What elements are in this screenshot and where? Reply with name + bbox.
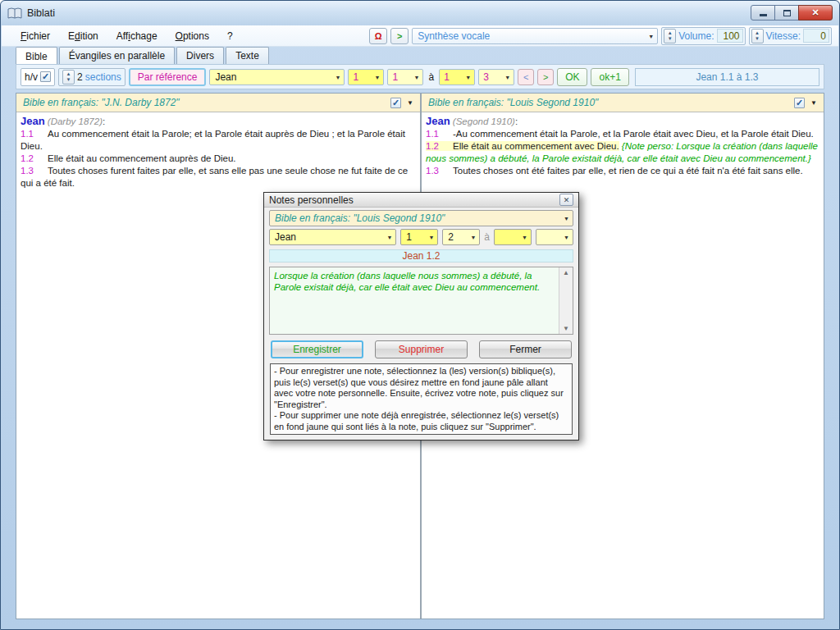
up-arrow-icon: ▲	[668, 30, 673, 36]
right-version-checkbox[interactable]: ✓	[794, 98, 805, 108]
check-icon: ✓	[42, 72, 49, 81]
ok-plus-one-button[interactable]: ok+1	[591, 68, 628, 86]
chevron-down-icon: ▼	[336, 75, 341, 80]
verse-line[interactable]: 1.3Toutes choses furent faites par elle,…	[21, 165, 417, 189]
sections-stepper[interactable]: ▲▼	[62, 70, 75, 84]
book-select[interactable]: Jean ▼	[209, 69, 345, 85]
right-book-line: Jean (Segond 1910):	[426, 115, 820, 128]
tab-bible[interactable]: Bible	[16, 47, 57, 65]
voice-select[interactable]: Synthèse vocale ▼	[412, 28, 658, 44]
verse-from-value: 1	[392, 71, 398, 83]
menu-fichier[interactable]: Fichier	[13, 28, 57, 44]
dialog-reference-display: Jean 1.2	[269, 249, 573, 262]
speech-play-button[interactable]: >	[390, 28, 409, 44]
speech-stop-button[interactable]: Ω	[369, 28, 387, 44]
edition-name: (Segond 1910)	[453, 116, 515, 126]
menu-edition[interactable]: Edition	[61, 28, 106, 44]
minimize-button[interactable]	[751, 5, 775, 21]
dialog-chapter-to-select[interactable]: ▼	[494, 229, 532, 245]
dialog-help-text: - Pour enregistrer une note, sélectionne…	[270, 363, 573, 435]
colon: :	[515, 116, 518, 126]
verse-text: Elle était au commencement avec Dieu.	[453, 141, 619, 151]
note-text-input[interactable]: Lorsque la création (dans laquelle nous …	[270, 267, 559, 334]
speech-stop-icon: Ω	[375, 31, 382, 41]
dialog-buttons: Enregistrer Supprimer Fermer	[271, 340, 572, 358]
volume-stepper[interactable]: ▲▼	[664, 29, 676, 43]
dialog-verse-to-select[interactable]: ▼	[536, 229, 573, 245]
verse-number: 1.1	[21, 128, 48, 140]
next-button[interactable]: >	[537, 69, 554, 85]
note-scrollbar[interactable]: ▲ ▼	[559, 267, 573, 334]
maximize-button[interactable]	[774, 5, 799, 21]
chevron-down-icon: ▼	[375, 75, 381, 80]
maximize-icon	[783, 10, 791, 16]
dialog-title-bar[interactable]: Notes personnelles ✕	[264, 193, 578, 208]
left-version-checkbox[interactable]: ✓	[390, 98, 401, 108]
scroll-down-icon: ▼	[563, 325, 569, 332]
chevron-down-icon: ▼	[470, 235, 476, 240]
chevron-down-icon[interactable]: ▼	[407, 99, 413, 107]
verse-text: Elle était au commencement auprès de Die…	[48, 153, 235, 163]
tab-divers[interactable]: Divers	[176, 47, 224, 64]
save-note-button[interactable]: Enregistrer	[271, 340, 363, 358]
tab-evangiles[interactable]: Évangiles en parallèle	[59, 47, 175, 64]
window-controls: ✕	[751, 5, 833, 21]
chevron-down-icon[interactable]: ▼	[810, 99, 817, 107]
menu-affichage[interactable]: Affichage	[109, 28, 165, 44]
menu-options[interactable]: Options	[168, 28, 217, 44]
verse-line[interactable]: 1.1-Au commencement était la Parole, et …	[426, 128, 820, 140]
verse-line[interactable]: 1.2Elle était au commencement auprès de …	[21, 153, 417, 165]
hv-label: h/v	[25, 71, 38, 83]
dialog-chapter-select[interactable]: 1 ▼	[400, 229, 438, 245]
chevron-down-icon: ▼	[465, 75, 471, 80]
close-icon: ✕	[564, 196, 570, 204]
chevron-down-icon: ▼	[386, 235, 392, 240]
edition-name: (Darby 1872)	[48, 116, 103, 126]
verse-line-highlighted[interactable]: 1.2Elle était au commencement avec Dieu.…	[426, 140, 820, 165]
reference-toolbar: h/v ✓ ▲▼ 2 sections Par référence Jean ▼…	[16, 64, 824, 89]
verse-line[interactable]: 1.1Au commencement était la Parole; et l…	[21, 128, 417, 153]
volume-value: 100	[717, 29, 743, 43]
dialog-version-value: Bible en français: "Louis Segond 1910"	[275, 212, 445, 224]
dialog-version-row: Bible en français: "Louis Segond 1910" ▼	[269, 210, 573, 226]
speed-stepper[interactable]: ▲▼	[751, 29, 764, 43]
verse-to-select[interactable]: 3 ▼	[478, 69, 514, 85]
book-name: Jean	[426, 115, 450, 127]
menu-help[interactable]: ?	[220, 28, 240, 44]
par-reference-button[interactable]: Par référence	[129, 68, 207, 86]
book-name: Jean	[21, 115, 45, 127]
close-button[interactable]: ✕	[798, 5, 833, 21]
close-dialog-button[interactable]: Fermer	[479, 340, 572, 358]
right-version-header: Bible en français: "Louis Segond 1910" ✓…	[422, 94, 824, 112]
right-version-title: Bible en français: "Louis Segond 1910"	[428, 97, 788, 108]
dialog-reference-row: Jean ▼ 1 ▼ 2 ▼ à ▼ ▼	[269, 229, 573, 245]
delete-note-button[interactable]: Supprimer	[375, 340, 468, 358]
chapter-to-value: 1	[444, 71, 450, 83]
chevron-down-icon: ▼	[428, 235, 434, 240]
verse-line[interactable]: 1.3Toutes choses ont été faites par elle…	[426, 165, 820, 177]
voice-select-value: Synthèse vocale	[418, 30, 490, 42]
title-bar: Biblati ✕	[1, 1, 839, 25]
volume-label: Volume:	[678, 30, 714, 42]
colon: :	[103, 116, 105, 126]
verse-text: Au commencement était la Parole; et la P…	[21, 129, 405, 151]
hv-checkbox[interactable]: ✓	[40, 71, 51, 82]
chapter-to-select[interactable]: 1 ▼	[439, 69, 475, 85]
up-arrow-icon: ▲	[755, 30, 760, 36]
verse-from-select[interactable]: 1 ▼	[387, 69, 423, 85]
hv-toggle-box: h/v ✓	[21, 68, 55, 86]
chapter-from-select[interactable]: 1 ▼	[348, 69, 384, 85]
dialog-note-editor: Lorsque la création (dans laquelle nous …	[269, 267, 573, 335]
sections-value: 2	[77, 71, 83, 83]
previous-button[interactable]: <	[518, 69, 534, 85]
dialog-verse-select[interactable]: 2 ▼	[442, 229, 480, 245]
ok-button[interactable]: OK	[557, 68, 587, 86]
speech-play-icon: >	[397, 31, 402, 41]
chevron-down-icon: ▼	[414, 75, 420, 80]
dialog-title: Notes personnelles	[269, 194, 559, 206]
dialog-version-select[interactable]: Bible en français: "Louis Segond 1910" ▼	[269, 210, 573, 226]
tab-texte[interactable]: Texte	[226, 47, 269, 64]
dialog-close-button[interactable]: ✕	[559, 194, 573, 206]
window-title: Biblati	[27, 7, 55, 19]
dialog-book-select[interactable]: Jean ▼	[269, 229, 396, 245]
